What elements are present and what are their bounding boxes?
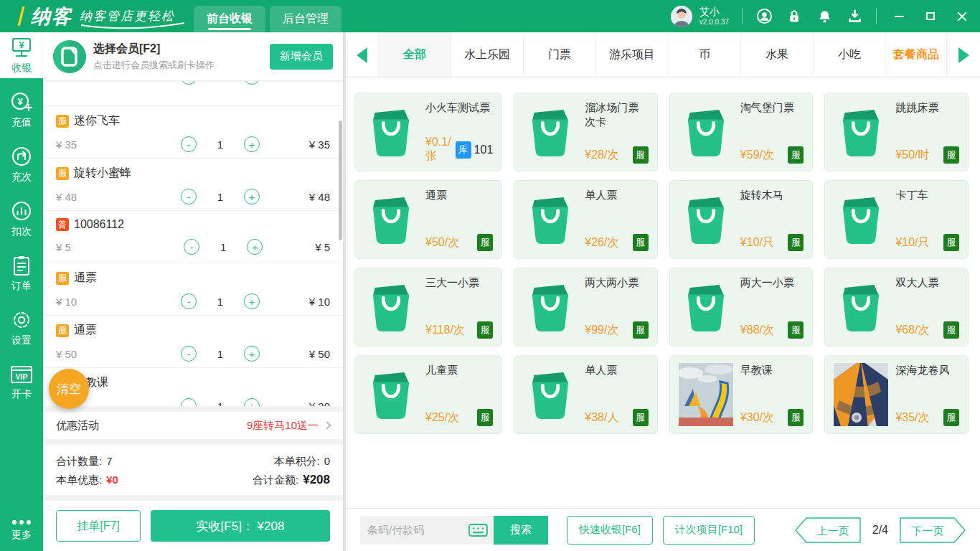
product-card[interactable]: 旋转木马 ¥10/只 服 bbox=[669, 180, 814, 259]
decrease-qty-button[interactable]: - bbox=[184, 239, 199, 255]
increase-qty-button[interactable]: + bbox=[247, 239, 263, 255]
product-card[interactable]: 通票 ¥50/次 服 bbox=[354, 180, 502, 259]
categories-scroll-left-button[interactable] bbox=[346, 32, 379, 77]
member-card-icon[interactable] bbox=[53, 40, 86, 73]
category-tab[interactable]: 门票 bbox=[524, 32, 596, 77]
product-card[interactable]: 深海龙卷风 ¥35/次 服 bbox=[824, 355, 969, 434]
product-name: 单人票 bbox=[585, 363, 649, 377]
sidebar-nav: ¥ 收银 ¥ 充值 充次 扣次 订单 设置 VIP 开卡 更多 bbox=[0, 32, 43, 551]
increase-qty-button[interactable]: + bbox=[244, 346, 260, 362]
product-price: ¥88/次 bbox=[740, 323, 774, 338]
increase-qty-button[interactable]: + bbox=[244, 398, 260, 406]
total-qty-value: 7 bbox=[106, 455, 112, 467]
product-card[interactable]: 单人票 ¥38/人 服 bbox=[514, 355, 658, 434]
product-type-badge: 服 bbox=[788, 409, 804, 426]
product-card[interactable]: 两大一小票 ¥88/次 服 bbox=[669, 268, 814, 347]
barcode-search-box bbox=[360, 516, 494, 545]
category-tab[interactable]: 游乐项目 bbox=[596, 32, 669, 77]
arrow-right-icon bbox=[958, 47, 969, 63]
hold-order-button[interactable]: 挂单[F7] bbox=[56, 510, 141, 542]
product-price: ¥99/次 bbox=[585, 323, 618, 338]
sidebar-item-orders[interactable]: 订单 bbox=[0, 246, 43, 301]
increase-qty-button[interactable]: + bbox=[244, 136, 260, 152]
category-tab[interactable]: 套餐商品 bbox=[886, 32, 947, 77]
decrease-qty-button[interactable]: - bbox=[181, 189, 197, 204]
product-card[interactable]: 双大人票 ¥68/次 服 bbox=[824, 268, 969, 347]
keyboard-icon[interactable] bbox=[468, 524, 488, 540]
promo-row[interactable]: 优惠活动 9座转马10送一 bbox=[43, 406, 343, 439]
bell-icon[interactable] bbox=[816, 8, 833, 25]
clear-cart-button[interactable]: 清空 bbox=[49, 369, 89, 409]
decrease-qty-button[interactable]: - bbox=[181, 398, 197, 406]
product-card[interactable]: 卡丁车 ¥10/只 服 bbox=[824, 180, 969, 259]
product-name: 溜冰场门票次卡 bbox=[585, 100, 649, 130]
item-type-badge: 服 bbox=[56, 324, 69, 337]
cart-item-total: ¥ 35 bbox=[309, 138, 330, 151]
sidebar-item-deduct[interactable]: 扣次 bbox=[0, 192, 43, 246]
category-tab[interactable]: 水上乐园 bbox=[451, 32, 524, 77]
shopping-bag-icon bbox=[362, 100, 420, 164]
categories-scroll-right-button[interactable] bbox=[947, 32, 980, 77]
sidebar-item-settings[interactable]: 设置 bbox=[0, 301, 43, 355]
add-member-button[interactable]: 新增会员 bbox=[270, 44, 333, 70]
decrease-qty-button[interactable]: - bbox=[181, 136, 197, 152]
product-card[interactable]: 淘气堡门票 ¥59/次 服 bbox=[669, 93, 814, 171]
product-card[interactable]: 两大两小票 ¥99/次 服 bbox=[514, 268, 658, 347]
sidebar-item-vip[interactable]: VIP 开卡 bbox=[0, 355, 43, 410]
count-item-button[interactable]: 计次项目[F10] bbox=[663, 516, 755, 545]
product-card[interactable]: 单人票 ¥26/次 服 bbox=[514, 180, 658, 259]
product-card[interactable]: 三大一小票 ¥118/次 服 bbox=[354, 268, 502, 347]
category-tab-label: 水果 bbox=[765, 47, 788, 62]
refill-icon bbox=[10, 145, 33, 168]
maximize-icon bbox=[926, 12, 935, 20]
product-card[interactable]: 早教课 ¥30/次 服 bbox=[669, 355, 814, 434]
increase-qty-button[interactable]: + bbox=[244, 189, 260, 204]
checkout-button[interactable]: 实收[F5]： ¥208 bbox=[151, 510, 330, 542]
vip-icon: VIP bbox=[9, 364, 34, 385]
cart-row: 服 通票 ¥ 50 - 1 + ¥ 50 bbox=[43, 316, 343, 368]
search-button[interactable]: 搜索 bbox=[494, 516, 548, 545]
product-card[interactable]: 儿童票 ¥25/次 服 bbox=[354, 355, 502, 434]
minimize-button[interactable] bbox=[890, 7, 908, 26]
product-card[interactable]: 小火车测试票 ¥0.1/张 库 101 bbox=[354, 93, 502, 171]
quick-cashier-button[interactable]: 快速收银[F6] bbox=[567, 516, 653, 545]
select-member-area[interactable]: 选择会员[F2] 点击进行会员搜索或刷卡操作 bbox=[93, 42, 215, 72]
title-bar: 丨纳客 纳客管店更轻松 前台收银后台管理 艾小 v2.0.0.37 bbox=[0, 0, 980, 32]
increase-qty-button[interactable]: + bbox=[244, 293, 260, 309]
main-tab-front-cashier[interactable]: 前台收银 bbox=[194, 6, 265, 32]
sidebar-item-refill[interactable]: 充次 bbox=[0, 137, 43, 192]
service-icon[interactable] bbox=[755, 8, 773, 25]
decrease-qty-button[interactable]: - bbox=[181, 81, 197, 85]
category-tab[interactable]: 水果 bbox=[741, 32, 814, 77]
cart-scrollbar[interactable] bbox=[339, 121, 342, 240]
next-page-button[interactable]: 下一页 bbox=[900, 517, 966, 543]
decrease-qty-button[interactable]: - bbox=[181, 346, 197, 362]
product-name: 两大两小票 bbox=[585, 276, 649, 290]
prev-page-button[interactable]: 上一页 bbox=[795, 517, 861, 543]
category-tab[interactable]: 币 bbox=[669, 32, 741, 77]
category-tab[interactable]: 小吃 bbox=[814, 32, 886, 77]
item-type-badge: 普 bbox=[56, 218, 69, 231]
product-name: 深海龙卷风 bbox=[895, 363, 959, 377]
sidebar-item-more[interactable]: 更多 bbox=[0, 509, 43, 551]
cart-summary: 合计数量:7 本单积分:0 本单优惠:¥0 合计金额:¥208 bbox=[43, 439, 343, 495]
cart-item-price: ¥ 30 bbox=[56, 81, 131, 83]
decrease-qty-button[interactable]: - bbox=[181, 293, 197, 309]
cart-row: 服 通票 ¥ 10 - 1 + ¥ 10 bbox=[43, 263, 343, 316]
product-card[interactable]: 溜冰场门票次卡 ¥28/次 服 bbox=[514, 93, 658, 171]
sidebar-item-label: 设置 bbox=[11, 334, 32, 347]
shopping-bag-icon bbox=[522, 100, 579, 164]
sidebar-item-cashier[interactable]: ¥ 收银 bbox=[0, 32, 43, 78]
sidebar-item-recharge[interactable]: ¥ 充值 bbox=[0, 83, 43, 137]
product-card[interactable]: 跳跳床票 ¥50/时 服 bbox=[824, 93, 969, 171]
download-icon[interactable] bbox=[846, 8, 863, 25]
lock-icon[interactable] bbox=[786, 8, 803, 25]
main-tab-backend-admin[interactable]: 后台管理 bbox=[270, 6, 341, 32]
category-tab[interactable]: 全部 bbox=[379, 32, 451, 77]
maximize-button[interactable] bbox=[921, 7, 940, 26]
user-avatar[interactable] bbox=[671, 6, 692, 27]
cart-item-price: ¥ 50 bbox=[56, 348, 131, 360]
product-name: 三大一小票 bbox=[425, 276, 493, 290]
close-button[interactable] bbox=[953, 7, 971, 26]
increase-qty-button[interactable]: + bbox=[244, 81, 260, 85]
